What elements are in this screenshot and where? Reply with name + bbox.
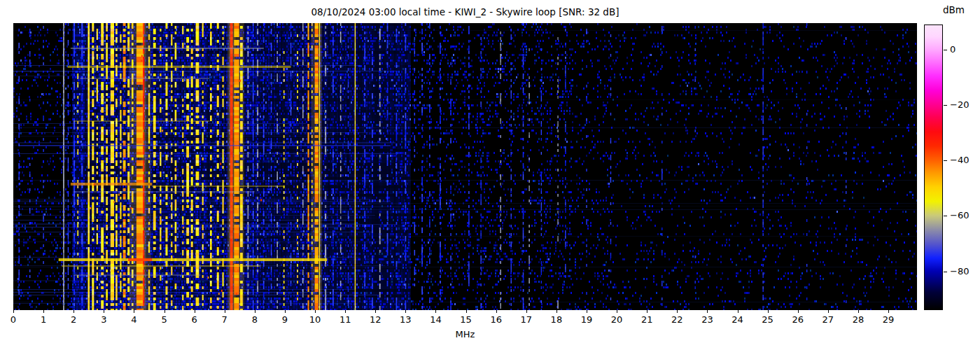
x-tick-label: 22 xyxy=(666,314,687,325)
x-tick-label: 3 xyxy=(93,314,114,325)
x-tick-label: 23 xyxy=(696,314,718,325)
x-tick-mark xyxy=(285,310,286,313)
colorbar xyxy=(924,24,943,310)
colorbar-tick-mark xyxy=(944,105,947,106)
colorbar-tick-mark xyxy=(944,272,947,272)
x-tick-mark xyxy=(195,310,195,313)
x-tick-mark xyxy=(255,310,255,313)
x-tick-label: 9 xyxy=(274,314,295,325)
x-tick-label: 15 xyxy=(456,314,477,325)
x-tick-mark xyxy=(435,310,436,313)
x-tick-mark xyxy=(888,310,889,313)
colorbar-label: dBm xyxy=(943,4,965,15)
x-tick-mark xyxy=(104,310,104,313)
x-tick-mark xyxy=(164,310,165,313)
x-tick-label: 29 xyxy=(878,314,899,325)
x-tick-mark xyxy=(858,310,859,313)
x-tick-mark xyxy=(556,310,557,313)
x-tick-mark xyxy=(647,310,648,313)
x-tick-label: 8 xyxy=(244,314,265,325)
x-tick-label: 20 xyxy=(606,314,627,325)
x-tick-mark xyxy=(405,310,406,313)
x-tick-mark xyxy=(738,310,738,313)
x-tick-label: 28 xyxy=(848,314,869,325)
x-tick-mark xyxy=(134,310,134,313)
x-tick-mark xyxy=(798,310,799,313)
x-tick-label: 13 xyxy=(395,314,416,325)
x-tick-label: 17 xyxy=(516,314,537,325)
x-tick-label: 1 xyxy=(33,314,54,325)
colorbar-tick-label: −20 xyxy=(950,99,969,110)
x-tick-mark xyxy=(466,310,467,313)
colorbar-tick-label: −40 xyxy=(950,155,969,165)
x-tick-label: 24 xyxy=(727,314,748,325)
colorbar-tick-label: −80 xyxy=(950,266,969,276)
x-tick-label: 27 xyxy=(818,314,839,325)
colorbar-tick-label: −60 xyxy=(950,210,969,220)
x-tick-mark xyxy=(74,310,74,313)
x-tick-label: 7 xyxy=(214,314,235,325)
spectrogram-canvas xyxy=(13,23,917,310)
x-tick-label: 16 xyxy=(486,314,507,325)
x-tick-mark xyxy=(526,310,527,313)
x-tick-label: 14 xyxy=(425,314,446,325)
x-tick-label: 21 xyxy=(636,314,657,325)
x-tick-label: 25 xyxy=(757,314,778,325)
x-tick-label: 4 xyxy=(123,314,144,325)
x-tick-mark xyxy=(13,310,14,313)
x-tick-mark xyxy=(315,310,316,313)
colorbar-tick-mark xyxy=(944,160,947,161)
colorbar-gradient xyxy=(925,25,942,309)
x-tick-mark xyxy=(225,310,225,313)
x-tick-label: 5 xyxy=(154,314,175,325)
x-tick-label: 11 xyxy=(335,314,356,325)
x-tick-mark xyxy=(768,310,769,313)
x-tick-mark xyxy=(345,310,346,313)
x-tick-mark xyxy=(828,310,829,313)
x-tick-label: 10 xyxy=(304,314,326,325)
x-axis-label: MHz xyxy=(13,329,917,340)
x-tick-mark xyxy=(617,310,617,313)
x-tick-label: 18 xyxy=(546,314,567,325)
x-tick-label: 6 xyxy=(184,314,205,325)
colorbar-tick-mark xyxy=(944,50,947,50)
x-tick-mark xyxy=(43,310,44,313)
x-tick-mark xyxy=(587,310,587,313)
chart-title: 08/10/2024 03:00 local time - KIWI_2 - S… xyxy=(13,6,917,18)
x-tick-label: 12 xyxy=(365,314,386,325)
x-tick-mark xyxy=(677,310,678,313)
x-tick-label: 19 xyxy=(576,314,597,325)
x-tick-mark xyxy=(375,310,376,313)
spectrogram-figure: 08/10/2024 03:00 local time - KIWI_2 - S… xyxy=(0,0,980,350)
x-tick-label: 2 xyxy=(63,314,84,325)
x-tick-mark xyxy=(496,310,497,313)
colorbar-tick-label: 0 xyxy=(950,44,955,55)
x-tick-mark xyxy=(707,310,708,313)
x-tick-label: 26 xyxy=(788,314,808,325)
x-tick-label: 0 xyxy=(3,314,24,325)
colorbar-tick-mark xyxy=(944,216,947,216)
